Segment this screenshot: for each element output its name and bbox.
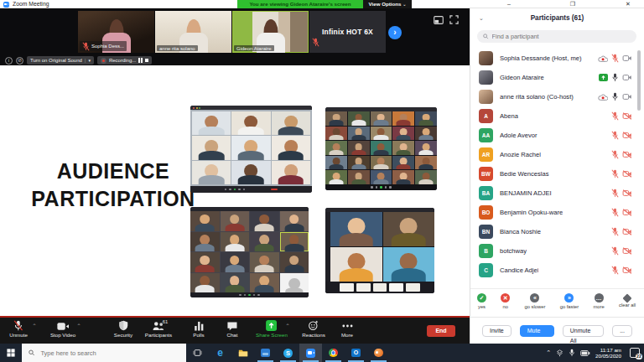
video-tile	[221, 252, 250, 272]
video-tile	[231, 111, 270, 135]
participant-row[interactable]: Gideon Ataraire	[470, 68, 644, 87]
feedback-label: more	[594, 304, 605, 309]
taskbar-zoom-icon[interactable]	[299, 344, 322, 362]
toolbar-reactions-button[interactable]: Reactions	[302, 320, 325, 338]
participant-name: Sophia Dessande (Host, me)	[500, 54, 582, 62]
video-tile	[221, 211, 250, 231]
tray-mic-icon[interactable]	[569, 349, 575, 357]
feedback-clear-all[interactable]: clear all	[619, 293, 636, 309]
shared-screen-content: AUDIENCE PARTICIPATION	[0, 65, 470, 316]
toolbar-polls-button[interactable]: Polls	[193, 320, 204, 338]
tray-chevron-up-icon[interactable]: ⌃	[546, 349, 551, 356]
toolbar-security-button[interactable]: Security	[114, 320, 132, 338]
chevron-down-icon: ⌄	[402, 2, 406, 7]
gallery-view-icon[interactable]	[434, 13, 444, 28]
chevron-up-icon[interactable]: ⌃	[76, 323, 80, 328]
camera-off-icon	[622, 189, 632, 197]
toolbar-participants-button[interactable]: 61 Participants	[145, 320, 172, 338]
more-options-button[interactable]: ...	[612, 325, 632, 337]
recording-cloud-icon	[598, 54, 608, 63]
stop-recording-icon[interactable]	[145, 59, 149, 63]
chevron-down-icon: ▾	[88, 58, 91, 63]
toolbar-share-screen-button[interactable]: Share Screen	[256, 320, 288, 338]
toolbar-more-button[interactable]: More	[341, 320, 353, 338]
avatar: B	[479, 244, 493, 258]
taskbar-paint-icon[interactable]	[367, 344, 390, 362]
shield-icon	[117, 320, 128, 331]
camera-off-icon	[622, 151, 632, 158]
battery-icon[interactable]	[580, 349, 590, 357]
video-tile	[392, 170, 414, 184]
pause-recording-icon[interactable]	[138, 58, 142, 63]
participant-row[interactable]: anne rita solano (Co-host)	[470, 87, 644, 106]
view-options-button[interactable]: View Options ⌄	[363, 0, 412, 8]
fullscreen-icon[interactable]	[449, 13, 459, 28]
clock[interactable]: 11:17 am 20/05/2020	[595, 347, 621, 359]
tray-app-icon[interactable]	[556, 349, 564, 357]
video-name-label: anne rita solano	[157, 45, 198, 51]
meeting-grid-image	[190, 106, 312, 193]
participant-row[interactable]: BOBenjamin Opoku-ware	[470, 203, 644, 222]
unmute-all-button[interactable]: Unmute All	[563, 325, 604, 337]
toolbar-chat-button[interactable]: Chat	[226, 320, 237, 338]
taskbar-app-blue-icon[interactable]	[254, 344, 277, 362]
video-thumbnail[interactable]: Infinix HOT 6X	[309, 11, 386, 53]
feedback-go-faster[interactable]: »go faster	[560, 293, 579, 309]
end-meeting-button[interactable]: End	[427, 325, 455, 337]
taskbar-skype-icon[interactable]: S	[277, 344, 299, 362]
maximize-button[interactable]: ❐	[564, 0, 582, 8]
participant-row[interactable]: BABENJAMIN ADJEI	[470, 184, 644, 203]
taskbar-search-input[interactable]	[39, 349, 179, 358]
participant-row[interactable]: BWBedie Wenceslas	[470, 164, 644, 184]
camera-off-icon	[622, 228, 632, 235]
meeting-grid-image	[325, 107, 437, 190]
participant-name: Bedie Wenceslas	[500, 170, 549, 178]
taskbar-edge-icon[interactable]: e	[209, 344, 231, 362]
taskbar-file-explorer-icon[interactable]	[231, 344, 254, 362]
mic-muted-icon	[611, 111, 619, 121]
shield-icon[interactable]: ⊘	[16, 57, 23, 65]
video-tile	[348, 170, 370, 184]
chevron-up-icon[interactable]: ⌃	[32, 323, 36, 328]
next-videos-button[interactable]: ›	[388, 26, 402, 39]
start-button[interactable]	[0, 344, 22, 362]
video-tile	[415, 111, 437, 126]
feedback-more[interactable]: …more	[594, 293, 605, 309]
video-thumbnail[interactable]: Gideon Ataraire	[232, 11, 309, 53]
recording-control[interactable]: Recording...	[97, 56, 152, 65]
participant-row[interactable]: BNBianca Noshie	[470, 222, 644, 241]
notification-center-icon[interactable]: 22	[629, 347, 641, 359]
feedback-no[interactable]: ✕no	[501, 293, 510, 309]
participant-row[interactable]: AAAdole Avevor	[470, 126, 644, 145]
window-title: Zoom Meeting	[13, 0, 49, 8]
minimize-button[interactable]: –	[500, 0, 518, 8]
taskbar-outlook-icon[interactable]: O	[345, 344, 367, 362]
close-button[interactable]: ✕	[619, 0, 637, 8]
video-tile	[190, 252, 220, 272]
participant-row[interactable]: Sophia Dessande (Host, me)	[470, 49, 644, 68]
search-icon	[483, 34, 489, 39]
original-sound-button[interactable]: Turn on Original Sound|▾	[27, 56, 94, 65]
toolbar-unmute-button[interactable]: Unmute	[9, 320, 28, 338]
participant-search[interactable]	[477, 30, 636, 43]
participant-row[interactable]: AAbena	[470, 106, 644, 126]
video-thumbnail[interactable]: anne rita solano	[155, 11, 231, 53]
feedback-label: go slower	[525, 304, 546, 309]
mute-all-button[interactable]: Mute All	[520, 325, 554, 337]
video-thumbnail[interactable]: Sophia Dess...	[78, 11, 154, 53]
toolbar-stop-video-button[interactable]: Stop Video	[50, 320, 75, 338]
invite-button[interactable]: Invite	[482, 325, 512, 337]
taskbar-task-view-icon[interactable]	[186, 344, 209, 362]
participant-row[interactable]: ARAnozie Rachel	[470, 145, 644, 164]
feedback-yes[interactable]: ✓yes	[477, 293, 486, 309]
info-icon[interactable]: i	[5, 57, 13, 65]
panel-scrollbar[interactable]	[637, 49, 641, 282]
participant-row[interactable]: Bbotchway	[470, 241, 644, 261]
taskbar-chrome-icon[interactable]	[322, 344, 345, 362]
taskbar-search[interactable]	[22, 344, 186, 362]
video-tile	[348, 127, 370, 141]
feedback-go-slower[interactable]: «go slower	[525, 293, 546, 309]
participant-search-input[interactable]	[492, 33, 631, 40]
chevron-up-icon[interactable]: ⌃	[285, 323, 289, 328]
participant-row[interactable]: CCandice Adjei	[470, 261, 644, 280]
